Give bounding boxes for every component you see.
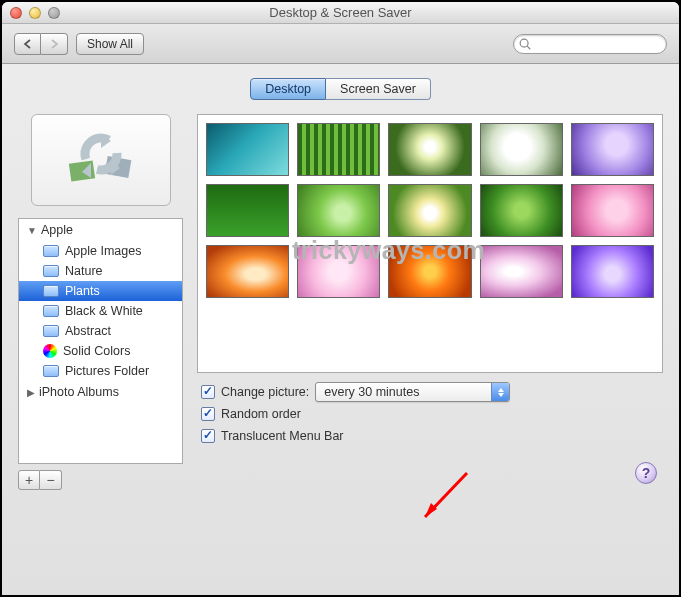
show-all-button[interactable]: Show All bbox=[76, 33, 144, 55]
sidebar-item-plants[interactable]: Plants bbox=[19, 281, 182, 301]
sidebar-item-apple-images[interactable]: Apple Images bbox=[19, 241, 182, 261]
sidebar-item-nature[interactable]: Nature bbox=[19, 261, 182, 281]
back-button[interactable] bbox=[14, 33, 41, 55]
dropdown-arrows-icon bbox=[491, 383, 509, 401]
svg-line-1 bbox=[527, 46, 530, 49]
sidebar-item-abstract[interactable]: Abstract bbox=[19, 321, 182, 341]
disclosure-triangle-icon: ▼ bbox=[27, 225, 37, 236]
prefs-window: Desktop & Screen Saver Show All Desktop … bbox=[2, 2, 679, 595]
sidebar-item-label: Abstract bbox=[65, 324, 111, 338]
sidebar-item-solid-colors[interactable]: Solid Colors bbox=[19, 341, 182, 361]
help-button[interactable]: ? bbox=[635, 462, 657, 484]
tab-screen-saver[interactable]: Screen Saver bbox=[326, 78, 431, 100]
change-picture-label: Change picture: bbox=[221, 381, 309, 403]
group-label: iPhoto Albums bbox=[39, 385, 119, 399]
wallpaper-thumb[interactable] bbox=[571, 123, 654, 176]
sidebar-item-pictures-folder[interactable]: Pictures Folder bbox=[19, 361, 182, 381]
svg-marker-8 bbox=[425, 503, 437, 517]
sidebar-item-label: Apple Images bbox=[65, 244, 141, 258]
wallpaper-thumb[interactable] bbox=[388, 123, 471, 176]
forward-button[interactable] bbox=[41, 33, 68, 55]
search-input[interactable] bbox=[513, 34, 667, 54]
group-apple[interactable]: ▼ Apple bbox=[19, 219, 182, 241]
translucent-menubar-checkbox[interactable] bbox=[201, 429, 215, 443]
desktop-preview bbox=[31, 114, 171, 206]
wallpaper-thumb[interactable] bbox=[297, 123, 380, 176]
wallpaper-thumb[interactable] bbox=[480, 123, 563, 176]
wallpaper-thumb[interactable] bbox=[297, 184, 380, 237]
svg-rect-2 bbox=[68, 160, 94, 181]
folder-icon bbox=[43, 245, 59, 257]
wallpaper-thumb[interactable] bbox=[206, 245, 289, 298]
folder-icon bbox=[43, 265, 59, 277]
sidebar-item-label: Nature bbox=[65, 264, 103, 278]
minimize-button[interactable] bbox=[29, 7, 41, 19]
source-list[interactable]: ▼ Apple Apple Images Nature Plants Black… bbox=[18, 218, 183, 464]
nav-buttons bbox=[14, 33, 68, 55]
group-iphoto[interactable]: ▶ iPhoto Albums bbox=[19, 381, 182, 403]
change-picture-checkbox[interactable] bbox=[201, 385, 215, 399]
close-button[interactable] bbox=[10, 7, 22, 19]
wallpaper-thumb[interactable] bbox=[388, 184, 471, 237]
tab-switcher: Desktop Screen Saver bbox=[18, 78, 663, 100]
window-title: Desktop & Screen Saver bbox=[2, 5, 679, 20]
desktop-options: Change picture: every 30 minutes Random … bbox=[197, 373, 663, 447]
add-source-button[interactable]: + bbox=[18, 470, 40, 490]
folder-icon bbox=[43, 285, 59, 297]
wallpaper-thumb[interactable] bbox=[571, 184, 654, 237]
sidebar-item-label: Pictures Folder bbox=[65, 364, 149, 378]
translucent-menubar-label: Translucent Menu Bar bbox=[221, 425, 344, 447]
tab-desktop[interactable]: Desktop bbox=[250, 78, 326, 100]
back-icon bbox=[23, 39, 33, 49]
watermark-text: trickyways.com bbox=[292, 236, 485, 265]
remove-source-button[interactable]: − bbox=[40, 470, 62, 490]
content-area: Desktop Screen Saver ▼ bbox=[2, 64, 679, 504]
folder-icon bbox=[43, 305, 59, 317]
traffic-lights bbox=[2, 7, 60, 19]
wallpaper-thumb[interactable] bbox=[206, 184, 289, 237]
toolbar: Show All bbox=[2, 24, 679, 64]
add-remove-buttons: + − bbox=[18, 470, 183, 490]
wallpaper-thumb[interactable] bbox=[480, 184, 563, 237]
disclosure-triangle-icon: ▶ bbox=[27, 387, 35, 398]
dropdown-value: every 30 minutes bbox=[324, 381, 419, 403]
folder-icon bbox=[43, 325, 59, 337]
wallpaper-thumb[interactable] bbox=[206, 123, 289, 176]
change-picture-interval-dropdown[interactable]: every 30 minutes bbox=[315, 382, 510, 402]
sidebar-item-label: Black & White bbox=[65, 304, 143, 318]
search-icon bbox=[518, 37, 532, 51]
wallpaper-thumb[interactable] bbox=[480, 245, 563, 298]
recycle-icon bbox=[66, 132, 136, 188]
svg-point-0 bbox=[520, 39, 528, 47]
forward-icon bbox=[49, 39, 59, 49]
group-label: Apple bbox=[41, 223, 73, 237]
wallpaper-thumb[interactable] bbox=[571, 245, 654, 298]
random-order-checkbox[interactable] bbox=[201, 407, 215, 421]
sidebar-item-black-white[interactable]: Black & White bbox=[19, 301, 182, 321]
sidebar-item-label: Plants bbox=[65, 284, 100, 298]
folder-icon bbox=[43, 365, 59, 377]
zoom-button[interactable] bbox=[48, 7, 60, 19]
rainbow-icon bbox=[43, 344, 57, 358]
random-order-label: Random order bbox=[221, 403, 301, 425]
sidebar-item-label: Solid Colors bbox=[63, 344, 130, 358]
titlebar[interactable]: Desktop & Screen Saver bbox=[2, 2, 679, 24]
